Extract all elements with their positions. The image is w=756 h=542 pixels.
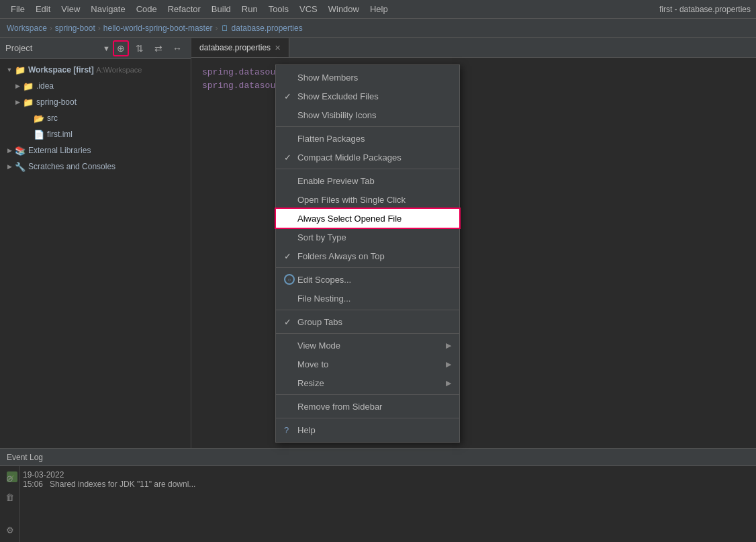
menu-file[interactable]: File — [5, 3, 30, 15]
label-show-visibility: Show Visibility Icons — [297, 110, 451, 120]
event-log-title: Event Log — [7, 453, 43, 462]
tree-label-spring-boot: spring-boot — [36, 97, 77, 107]
check-folders-top: ✓ — [284, 251, 297, 261]
label-always-select: Always Select Opened File — [297, 214, 451, 224]
tree-label-first-iml: first.iml — [47, 130, 73, 139]
breadcrumb-spring-boot[interactable]: spring-boot — [55, 24, 95, 33]
menu-vcs[interactable]: VCS — [294, 3, 323, 15]
menu-build[interactable]: Build — [206, 3, 236, 15]
menu-item-file-nesting[interactable]: File Nesting... — [276, 289, 459, 308]
tab-database-properties[interactable]: database.properties ✕ — [191, 38, 289, 57]
tree-item-scratches[interactable]: ▶ 🔧 Scratches and Consoles — [0, 159, 191, 175]
spring-folder-icon: 📁 — [23, 97, 34, 107]
breadcrumb-hello-world[interactable]: hello-world-spring-boot-master — [103, 24, 213, 33]
context-menu: Show Members ✓ Show Excluded Files Show … — [275, 64, 460, 443]
window-title: first - database.properties — [659, 5, 751, 14]
menu-edit[interactable]: Edit — [30, 3, 56, 15]
menu-code[interactable]: Code — [131, 3, 162, 15]
label-view-mode: View Mode — [297, 341, 446, 351]
check-show-excluded: ✓ — [284, 91, 297, 101]
expand-arrow-scratches: ▶ — [5, 163, 13, 171]
menu-item-single-click[interactable]: Open Files with Single Click — [276, 190, 459, 209]
menu-item-sort-type[interactable]: Sort by Type — [276, 228, 459, 246]
tree-item-spring-boot[interactable]: ▶ 📁 spring-boot — [0, 94, 191, 110]
menu-item-help[interactable]: ? Help — [276, 420, 459, 439]
expand-arrow-spring: ▶ — [13, 98, 21, 106]
log-clear-button[interactable]: ⊘ — [3, 471, 17, 485]
menu-item-always-select[interactable]: Always Select Opened File — [276, 209, 459, 228]
sidebar-dropdown-arrow: ▼ — [103, 44, 110, 52]
tab-label: database.properties — [199, 43, 271, 52]
separator-7 — [276, 418, 459, 418]
separator-2 — [276, 169, 459, 169]
scratches-icon: 🔧 — [15, 162, 26, 172]
log-message-1: 15:06 Shared indexes for JDK "11" are do… — [23, 480, 195, 489]
menu-item-show-excluded[interactable]: ✓ Show Excluded Files — [276, 87, 459, 105]
properties-file-icon: 🗒 — [221, 24, 229, 33]
sort-button[interactable]: ⇅ — [132, 40, 148, 56]
log-settings-button[interactable]: ⚙ — [3, 523, 17, 537]
menu-item-flatten[interactable]: Flatten Packages — [276, 129, 459, 148]
workspace-folder-icon: 📁 — [15, 65, 26, 75]
event-log-content: ✓ 19-03-2022 15:06 Shared indexes for JD… — [0, 466, 756, 494]
tree-label-ext-libraries: External Libraries — [28, 146, 91, 155]
tree-item-src[interactable]: ▶ 📂 src — [0, 110, 191, 126]
sidebar-title: Project — [5, 43, 99, 53]
collapse-button[interactable]: ↔ — [169, 40, 185, 56]
log-delete-button[interactable]: 🗑 — [3, 490, 17, 504]
label-flatten: Flatten Packages — [297, 134, 451, 144]
breadcrumb-sep-2: › — [98, 24, 101, 33]
tree-label-workspace: Workspace [first] A:\Workspace — [28, 65, 142, 75]
breadcrumb-sep-3: › — [216, 24, 218, 33]
menu-run[interactable]: Run — [236, 3, 263, 15]
menu-item-group-tabs[interactable]: ✓ Group Tabs — [276, 312, 459, 331]
iml-file-icon: 📄 — [34, 130, 44, 140]
menu-item-folders-top[interactable]: ✓ Folders Always on Top — [276, 246, 459, 265]
menu-item-preview-tab[interactable]: Enable Preview Tab — [276, 171, 459, 190]
label-sort-type: Sort by Type — [297, 232, 451, 242]
menu-item-show-visibility[interactable]: Show Visibility Icons — [276, 105, 459, 124]
editor-tabs: database.properties ✕ — [191, 38, 756, 58]
breadcrumb-workspace[interactable]: Workspace — [7, 24, 47, 33]
label-help: Help — [297, 425, 451, 435]
breadcrumb-file[interactable]: database.properties — [232, 24, 303, 33]
label-remove-sidebar: Remove from Sidebar — [297, 402, 451, 412]
menu-item-move-to[interactable]: Move to ▶ — [276, 355, 459, 373]
menu-item-view-mode[interactable]: View Mode ▶ — [276, 336, 459, 355]
menu-item-show-members[interactable]: Show Members — [276, 68, 459, 87]
check-help: ? — [284, 425, 297, 435]
menu-item-compact[interactable]: ✓ Compact Middle Packages — [276, 148, 459, 167]
menu-item-remove-sidebar[interactable]: Remove from Sidebar — [276, 397, 459, 416]
sidebar: Project ▼ ⊕ ⇅ ⇄ ↔ ▼ 📁 Workspace [first] … — [0, 38, 191, 448]
event-log-header: Event Log — [0, 449, 756, 466]
tree-label-scratches: Scratches and Consoles — [28, 162, 115, 171]
label-group-tabs: Group Tabs — [297, 317, 451, 327]
expand-arrow-ext: ▶ — [5, 146, 13, 154]
menu-window[interactable]: Window — [323, 3, 365, 15]
label-move-to: Move to — [297, 359, 446, 369]
tab-close-button[interactable]: ✕ — [275, 44, 281, 52]
log-date-1: 19-03-2022 — [23, 470, 195, 480]
menu-tools[interactable]: Tools — [263, 3, 294, 15]
tree-item-workspace[interactable]: ▼ 📁 Workspace [first] A:\Workspace — [0, 62, 191, 78]
log-time-1: 15:06 — [23, 480, 43, 489]
check-compact: ✓ — [284, 152, 297, 163]
tree-item-first-iml[interactable]: ▶ 📄 first.iml — [0, 126, 191, 142]
arrow-resize: ▶ — [446, 379, 451, 388]
filter-button[interactable]: ⇄ — [150, 40, 167, 56]
menu-item-edit-scopes[interactable]: ○ Edit Scopes... — [276, 270, 459, 289]
ext-library-icon: 📚 — [15, 146, 26, 156]
separator-5 — [276, 333, 459, 334]
file-tree: ▼ 📁 Workspace [first] A:\Workspace ▶ 📁 .… — [0, 59, 191, 177]
gear-options-button[interactable]: ⊕ — [113, 40, 129, 56]
menu-item-resize[interactable]: Resize ▶ — [276, 373, 459, 392]
log-desc-1: Shared indexes for JDK "11" are downl... — [50, 480, 195, 489]
tree-item-ext-libraries[interactable]: ▶ 📚 External Libraries — [0, 142, 191, 159]
tree-item-idea[interactable]: ▶ 📁 .idea — [0, 78, 191, 94]
menu-view[interactable]: View — [56, 3, 85, 15]
menu-bar: File Edit View Navigate Code Refactor Bu… — [0, 0, 756, 19]
menu-navigate[interactable]: Navigate — [85, 3, 130, 15]
menu-help[interactable]: Help — [365, 3, 393, 15]
label-edit-scopes: Edit Scopes... — [297, 275, 451, 285]
menu-refactor[interactable]: Refactor — [162, 3, 206, 15]
